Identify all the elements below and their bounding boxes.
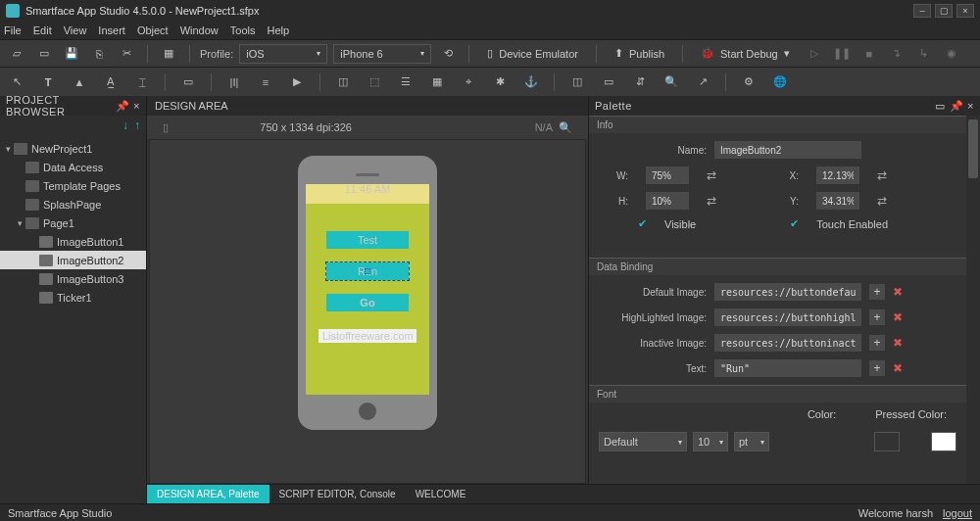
video-icon[interactable]: ▶: [286, 71, 308, 93]
image-icon[interactable]: ▲: [69, 71, 90, 93]
palette-dock-icon[interactable]: ▭: [935, 100, 946, 113]
highlight-image-add-button[interactable]: +: [869, 309, 885, 325]
text-input[interactable]: [714, 359, 861, 377]
maximize-button[interactable]: ▢: [935, 4, 953, 18]
inactive-image-input[interactable]: [714, 334, 861, 352]
scroll-icon[interactable]: ⇵: [629, 71, 651, 93]
open-icon[interactable]: ▭: [33, 43, 55, 65]
menu-view[interactable]: View: [64, 24, 87, 36]
device-dropdown[interactable]: iPhone 6▾: [333, 44, 431, 64]
pointer-icon[interactable]: ↖: [6, 71, 27, 93]
tree-splash-page[interactable]: SplashPage: [0, 195, 146, 213]
device-mode-icon[interactable]: ▯: [163, 121, 169, 134]
anchor-icon[interactable]: ⚓: [520, 71, 542, 93]
font-size-dropdown[interactable]: 10▾: [693, 432, 728, 451]
touch-check-icon[interactable]: ✔: [790, 217, 799, 230]
palette-close-icon[interactable]: ×: [967, 100, 974, 113]
globe-icon[interactable]: 🌐: [769, 71, 791, 93]
text-delete-icon[interactable]: ✖: [893, 361, 903, 375]
tree-ticker1[interactable]: Ticker1: [0, 288, 146, 307]
list-icon[interactable]: ☰: [395, 71, 416, 93]
visible-check-icon[interactable]: ✔: [638, 217, 647, 230]
input-icon[interactable]: |I|: [223, 71, 245, 93]
highlight-image-delete-icon[interactable]: ✖: [893, 310, 903, 324]
step-out-icon[interactable]: ↳: [913, 43, 935, 65]
select-icon[interactable]: ⬚: [364, 71, 385, 93]
scrollbar-thumb[interactable]: [968, 119, 978, 178]
layout-icon[interactable]: ▦: [158, 43, 179, 65]
name-input[interactable]: [714, 141, 861, 159]
settings-icon[interactable]: ⚙: [738, 71, 760, 93]
sort-up-icon[interactable]: ↑: [134, 118, 140, 132]
stop-icon[interactable]: ■: [858, 43, 880, 65]
menu-window[interactable]: Window: [180, 24, 219, 36]
tree-imagebutton3[interactable]: ImageButton3: [0, 269, 146, 288]
y-input[interactable]: [816, 192, 859, 210]
default-image-delete-icon[interactable]: ✖: [893, 285, 903, 299]
canvas-imagebutton3[interactable]: Go: [326, 294, 409, 311]
label-icon[interactable]: A̲: [100, 71, 122, 93]
tab-icon[interactable]: ◫: [566, 71, 588, 93]
tree-data-access[interactable]: Data Access: [0, 158, 146, 176]
tree-imagebutton2[interactable]: ImageButton2: [0, 251, 146, 269]
menu-tools[interactable]: Tools: [230, 24, 256, 36]
logout-link[interactable]: logout: [943, 507, 972, 519]
w-input[interactable]: [646, 166, 689, 184]
location-icon[interactable]: ⌖: [458, 71, 479, 93]
x-input[interactable]: [816, 166, 859, 184]
default-image-input[interactable]: [714, 283, 861, 301]
minimize-button[interactable]: –: [913, 4, 931, 18]
step-into-icon[interactable]: ↴: [886, 43, 907, 65]
export-icon[interactable]: ↗: [692, 71, 713, 93]
font-family-dropdown[interactable]: Default▾: [599, 432, 687, 451]
pause-icon[interactable]: ❚❚: [831, 43, 853, 65]
publish-button[interactable]: ⬆ Publish: [607, 47, 672, 60]
y-sync-icon[interactable]: ⇄: [877, 194, 887, 208]
menu-edit[interactable]: Edit: [33, 24, 52, 36]
canvas-imagebutton1[interactable]: Test: [326, 231, 409, 249]
rotate-icon[interactable]: ⟲: [437, 43, 459, 65]
saveall-icon[interactable]: ⎘: [88, 43, 110, 65]
textbox-icon[interactable]: ⌶: [131, 71, 153, 93]
grid-icon[interactable]: ▦: [426, 71, 448, 93]
tree-page1[interactable]: ▾ Page1: [0, 213, 146, 232]
text-add-button[interactable]: +: [869, 360, 885, 376]
sort-down-icon[interactable]: ↓: [122, 118, 128, 132]
tab-welcome[interactable]: WELCOME: [406, 485, 476, 503]
zoom-icon[interactable]: 🔍: [559, 121, 572, 134]
palette-pin-icon[interactable]: 📌: [950, 100, 964, 113]
font-unit-dropdown[interactable]: pt▾: [734, 432, 769, 451]
w-sync-icon[interactable]: ⇄: [707, 168, 716, 182]
highlight-image-input[interactable]: [714, 308, 861, 326]
inactive-image-delete-icon[interactable]: ✖: [893, 336, 903, 350]
panel-pin-icon[interactable]: 📌: [116, 100, 130, 113]
text-icon[interactable]: T: [37, 71, 59, 93]
breakpoint-icon[interactable]: ◉: [941, 43, 962, 65]
tree-template-pages[interactable]: Template Pages: [0, 176, 146, 195]
step-over-icon[interactable]: ▷: [804, 43, 825, 65]
tab-design-palette[interactable]: DESIGN AREA, Palette: [147, 485, 270, 503]
container-icon[interactable]: ◫: [332, 71, 354, 93]
inactive-image-add-button[interactable]: +: [869, 335, 885, 351]
default-image-add-button[interactable]: +: [869, 284, 885, 300]
h-input[interactable]: [646, 192, 689, 210]
canvas-ticker1[interactable]: Listoffreeware.com: [318, 329, 416, 343]
palette-scrollbar[interactable]: [966, 116, 980, 484]
device-emulator-button[interactable]: ▯ Device Emulator: [479, 47, 586, 60]
panel-icon[interactable]: ▭: [598, 71, 619, 93]
tree-root[interactable]: ▾ NewProject1: [0, 139, 146, 158]
menu-object[interactable]: Object: [137, 24, 169, 36]
button-icon[interactable]: ▭: [177, 71, 199, 93]
menu-file[interactable]: File: [4, 24, 22, 36]
h-sync-icon[interactable]: ⇄: [707, 194, 716, 208]
panel-close-icon[interactable]: ×: [133, 100, 140, 113]
new-icon[interactable]: ▱: [6, 43, 27, 65]
x-sync-icon[interactable]: ⇄: [877, 168, 887, 182]
start-debug-button[interactable]: 🐞 Start Debug▾: [693, 47, 798, 60]
tab-script-console[interactable]: SCRIPT EDITOR, Console: [270, 485, 406, 503]
canvas-imagebutton2[interactable]: Run: [326, 262, 409, 280]
tree-imagebutton1[interactable]: ImageButton1: [0, 232, 146, 251]
pressed-color-swatch[interactable]: [931, 432, 956, 451]
close-button[interactable]: ×: [956, 4, 974, 18]
zoom-icon[interactable]: 🔍: [661, 71, 682, 93]
